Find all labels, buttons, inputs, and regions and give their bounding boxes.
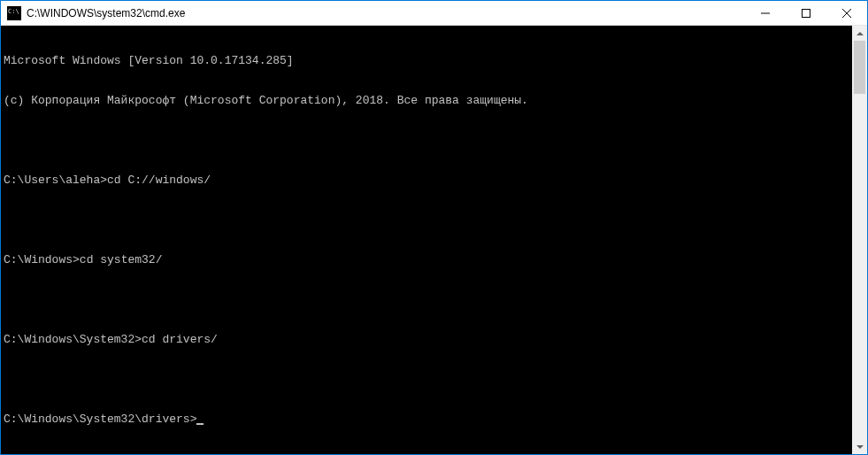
prompt-text: C:\Users\aleha> — [4, 174, 107, 187]
svg-marker-4 — [856, 32, 864, 35]
cmd-icon — [7, 6, 21, 20]
svg-rect-1 — [803, 9, 810, 17]
titlebar[interactable]: C:\WINDOWS\system32\cmd.exe — [1, 1, 867, 26]
prompt-text: C:\Windows> — [4, 253, 80, 266]
window-title: C:\WINDOWS\system32\cmd.exe — [27, 7, 745, 19]
blank-line — [4, 373, 849, 386]
maximize-icon — [802, 9, 810, 18]
chevron-down-icon — [856, 445, 864, 449]
maximize-button[interactable] — [786, 1, 826, 25]
prompt-text: C:\Windows\System32> — [4, 333, 142, 346]
content-area: Microsoft Windows [Version 10.0.17134.28… — [1, 26, 867, 454]
minimize-icon — [761, 9, 770, 18]
scrollbar-down-button[interactable] — [852, 439, 867, 454]
cmd-window: C:\WINDOWS\system32\cmd.exe Microsoft Wi… — [0, 0, 868, 455]
blank-line — [4, 293, 849, 306]
command-line: C:\Users\aleha>cd C://windows/ — [4, 174, 849, 187]
command-text: cd C://windows/ — [107, 174, 211, 187]
banner-line: Microsoft Windows [Version 10.0.17134.28… — [4, 54, 849, 67]
svg-marker-5 — [856, 445, 864, 449]
close-icon — [842, 9, 851, 18]
scrollbar-up-button[interactable] — [852, 26, 867, 41]
close-button[interactable] — [826, 1, 867, 25]
blank-line — [4, 213, 849, 227]
command-text: cd drivers/ — [142, 333, 218, 346]
command-text: cd system32/ — [80, 253, 163, 266]
window-controls — [745, 1, 867, 25]
scrollbar-track[interactable] — [852, 41, 867, 439]
chevron-up-icon — [856, 32, 864, 35]
blank-line — [4, 134, 849, 147]
current-prompt-line: C:\Windows\System32\drivers> — [4, 413, 849, 426]
prompt-text: C:\Windows\System32\drivers> — [4, 413, 196, 426]
command-line: C:\Windows\System32>cd drivers/ — [4, 333, 849, 346]
banner-line: (c) Корпорация Майкрософт (Microsoft Cor… — [4, 94, 849, 107]
vertical-scrollbar[interactable] — [852, 26, 867, 454]
scrollbar-thumb[interactable] — [854, 41, 865, 94]
minimize-button[interactable] — [745, 1, 786, 25]
cursor — [196, 423, 204, 425]
terminal-output[interactable]: Microsoft Windows [Version 10.0.17134.28… — [1, 26, 852, 454]
command-line: C:\Windows>cd system32/ — [4, 253, 849, 266]
